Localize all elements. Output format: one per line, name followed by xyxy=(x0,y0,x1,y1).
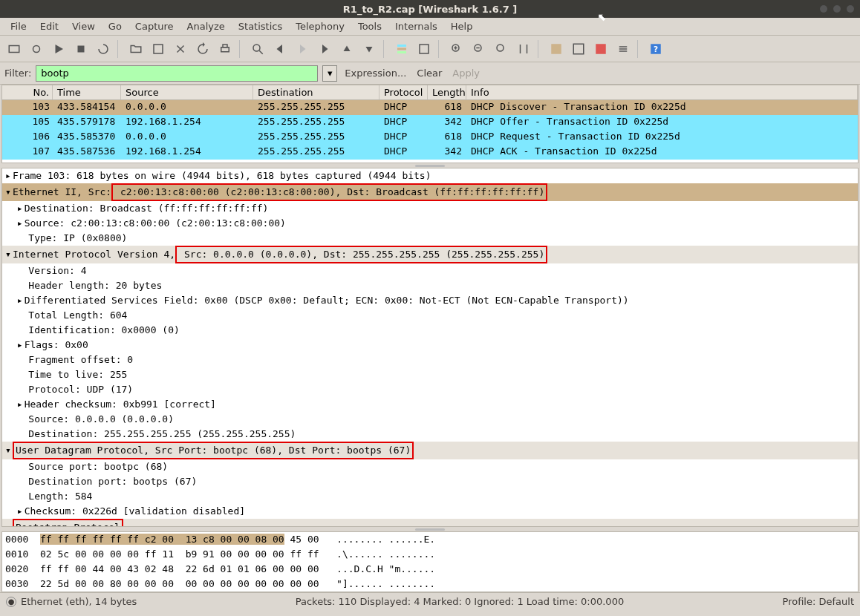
bootp-node[interactable]: ▸Bootstrap Protocol xyxy=(2,519,858,527)
hex-row[interactable]: 0030 22 5d 00 00 80 00 00 00 00 00 00 00… xyxy=(5,577,855,592)
udp-len[interactable]: Length: 584 xyxy=(2,489,858,504)
ip-tl[interactable]: Total Length: 604 xyxy=(2,308,858,323)
col-info[interactable]: Info xyxy=(466,85,858,99)
preferences-icon[interactable] xyxy=(613,39,633,59)
filter-input[interactable] xyxy=(36,65,318,82)
col-time[interactable]: Time xyxy=(53,85,121,99)
packet-row[interactable]: 105435.579178192.168.1.254255.255.255.25… xyxy=(2,115,858,130)
col-len[interactable]: Length xyxy=(428,85,466,99)
ip-dst[interactable]: Destination: 255.255.255.255 (255.255.25… xyxy=(2,427,858,442)
stop-capture-icon[interactable] xyxy=(71,39,91,59)
eth-type[interactable]: Type: IP (0x0800) xyxy=(2,231,858,246)
packet-row[interactable]: 107435.587536192.168.1.254255.255.255.25… xyxy=(2,145,858,160)
menu-file[interactable]: File xyxy=(4,19,33,33)
udp-sp[interactable]: Source port: bootpc (68) xyxy=(2,459,858,474)
status-mid: Packets: 110 Displayed: 4 Marked: 0 Igno… xyxy=(296,596,624,607)
display-filter-icon[interactable] xyxy=(569,39,588,59)
options-icon[interactable] xyxy=(27,39,46,59)
colorize-icon[interactable] xyxy=(392,39,411,59)
restart-capture-icon[interactable] xyxy=(94,39,113,59)
menu-analyze[interactable]: Analyze xyxy=(181,19,231,33)
ip-id[interactable]: Identification: 0x0000 (0) xyxy=(2,323,858,338)
menu-capture[interactable]: Capture xyxy=(129,19,180,33)
help-icon[interactable]: ? xyxy=(646,39,665,59)
coloring-rules-icon[interactable] xyxy=(591,39,610,59)
ethernet-node[interactable]: ▾Ethernet II, Src: c2:00:13:c8:00:00 (c2… xyxy=(2,183,858,201)
menu-statistics[interactable]: Statistics xyxy=(232,19,288,33)
capture-filter-icon[interactable] xyxy=(547,39,566,59)
autoscroll-icon[interactable] xyxy=(414,39,434,59)
menu-go[interactable]: Go xyxy=(102,19,128,33)
reload-icon[interactable] xyxy=(193,39,212,59)
interfaces-icon[interactable] xyxy=(4,39,24,59)
open-file-icon[interactable] xyxy=(126,39,146,59)
go-last-icon[interactable] xyxy=(359,39,379,59)
window-controls[interactable] xyxy=(820,5,854,13)
udp-node[interactable]: ▾User Datagram Protocol, Src Port: bootp… xyxy=(2,442,858,459)
hex-row[interactable]: 0000 ff ff ff ff ff ff c2 00 13 c8 00 00… xyxy=(5,532,855,547)
filter-apply-button[interactable]: Apply xyxy=(449,68,483,79)
col-src[interactable]: Source xyxy=(121,85,253,99)
ip-dsf[interactable]: ▸Differentiated Services Field: 0x00 (DS… xyxy=(2,293,858,308)
hex-row[interactable]: 0010 02 5c 00 00 00 00 ff 11 b9 91 00 00… xyxy=(5,547,855,562)
start-capture-icon[interactable] xyxy=(49,39,68,59)
go-to-packet-icon[interactable] xyxy=(315,39,334,59)
svg-rect-17 xyxy=(397,45,406,47)
ip-highlight: Src: 0.0.0.0 (0.0.0.0), Dst: 255.255.255… xyxy=(175,246,547,263)
ip-hlen[interactable]: Header length: 20 bytes xyxy=(2,278,858,293)
hex-row[interactable]: 0020 ff ff 00 44 00 43 02 48 22 6d 01 01… xyxy=(5,562,855,577)
close-file-icon[interactable] xyxy=(171,39,190,59)
svg-line-11 xyxy=(259,50,263,54)
eth-dst[interactable]: ▸Destination: Broadcast (ff:ff:ff:ff:ff:… xyxy=(2,201,858,216)
resize-columns-icon[interactable] xyxy=(514,39,533,59)
packet-row[interactable]: 106435.5853700.0.0.0255.255.255.255DHCP6… xyxy=(2,130,858,145)
hex-pane[interactable]: 0000 ff ff ff ff ff ff c2 00 13 c8 00 00… xyxy=(1,531,859,592)
svg-point-1 xyxy=(33,45,40,52)
udp-dp[interactable]: Destination port: bootps (67) xyxy=(2,474,858,489)
packet-list[interactable]: No. Time Source Destination Protocol Len… xyxy=(1,85,859,163)
ip-node[interactable]: ▾Internet Protocol Version 4, Src: 0.0.0… xyxy=(2,246,858,263)
statusbar: ● Ethernet (eth), 14 bytes Packets: 110 … xyxy=(0,592,860,610)
go-forward-icon[interactable] xyxy=(293,39,312,59)
ip-ver[interactable]: Version: 4 xyxy=(2,263,858,278)
ip-src[interactable]: Source: 0.0.0.0 (0.0.0.0) xyxy=(2,412,858,427)
save-file-icon[interactable] xyxy=(149,39,168,59)
filter-expression-button[interactable]: Expression... xyxy=(342,68,409,79)
ip-ttl[interactable]: Time to live: 255 xyxy=(2,367,858,382)
bootp-highlight: Bootstrap Protocol xyxy=(13,519,123,527)
menu-telephony[interactable]: Telephony xyxy=(290,19,351,33)
col-no[interactable]: No. xyxy=(2,85,53,99)
filter-clear-button[interactable]: Clear xyxy=(414,68,445,79)
menu-internals[interactable]: Internals xyxy=(389,19,443,33)
go-back-icon[interactable] xyxy=(270,39,290,59)
ip-flags[interactable]: ▸Flags: 0x00 xyxy=(2,338,858,353)
find-icon[interactable] xyxy=(248,39,267,59)
svg-point-10 xyxy=(253,45,260,51)
menu-help[interactable]: Help xyxy=(445,19,479,33)
svg-rect-30 xyxy=(573,44,584,54)
zoom-in-icon[interactable] xyxy=(447,39,466,59)
zoom-fit-icon[interactable] xyxy=(492,39,511,59)
eth-src[interactable]: ▸Source: c2:00:13:c8:00:00 (c2:00:13:c8:… xyxy=(2,216,858,231)
menu-tools[interactable]: Tools xyxy=(352,19,388,33)
go-first-icon[interactable] xyxy=(337,39,356,59)
zoom-out-icon[interactable] xyxy=(469,39,489,59)
frame-node[interactable]: ▸Frame 103: 618 bytes on wire (4944 bits… xyxy=(2,168,858,183)
status-right[interactable]: Profile: Default xyxy=(783,596,854,607)
menu-edit[interactable]: Edit xyxy=(34,19,65,33)
expert-info-icon[interactable]: ● xyxy=(6,597,16,607)
ip-frag[interactable]: Fragment offset: 0 xyxy=(2,353,858,367)
svg-marker-13 xyxy=(300,45,306,53)
col-dst[interactable]: Destination xyxy=(253,85,379,99)
filter-label: Filter: xyxy=(4,68,31,79)
detail-pane[interactable]: ▸Frame 103: 618 bytes on wire (4944 bits… xyxy=(1,168,859,527)
print-icon[interactable] xyxy=(215,39,235,59)
packet-row[interactable]: 103433.5841540.0.0.0255.255.255.255DHCP6… xyxy=(2,100,858,115)
filter-dropdown-icon[interactable]: ▾ xyxy=(322,65,337,82)
ip-csum[interactable]: ▸Header checksum: 0xb991 [correct] xyxy=(2,397,858,412)
col-proto[interactable]: Protocol xyxy=(379,85,428,99)
menu-view[interactable]: View xyxy=(66,19,101,33)
udp-highlight: User Datagram Protocol, Src Port: bootpc… xyxy=(13,442,414,459)
udp-csum[interactable]: ▸Checksum: 0x226d [validation disabled] xyxy=(2,504,858,519)
ip-proto[interactable]: Protocol: UDP (17) xyxy=(2,382,858,397)
